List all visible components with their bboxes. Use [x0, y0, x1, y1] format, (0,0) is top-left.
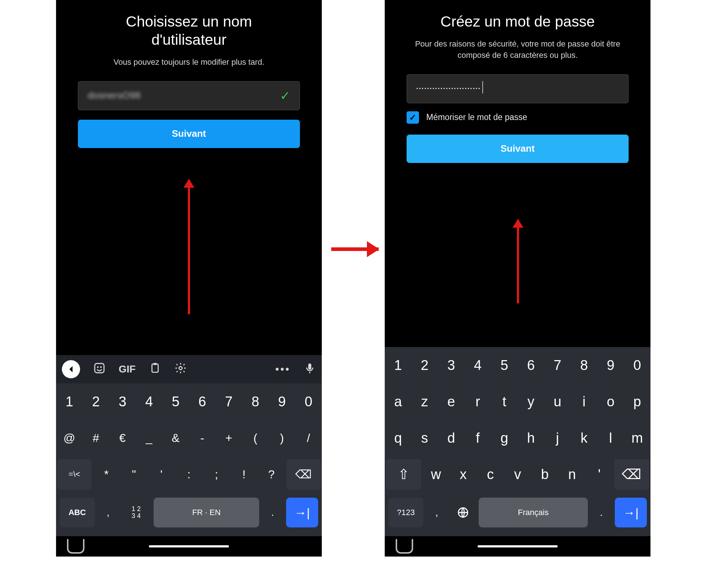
key-shift[interactable]: ⇧ [386, 459, 421, 490]
clipboard-icon[interactable] [149, 362, 161, 377]
key-:[interactable]: : [176, 459, 202, 490]
key-4[interactable]: 4 [137, 386, 161, 417]
key-q123[interactable]: ?123 [388, 498, 423, 527]
key-w[interactable]: w [423, 459, 448, 490]
key-u[interactable]: u [545, 386, 570, 417]
key-7[interactable]: 7 [545, 350, 570, 380]
key-e[interactable]: e [439, 386, 463, 417]
key-0[interactable]: 0 [625, 350, 649, 380]
key-n[interactable]: n [559, 459, 585, 490]
key-y[interactable]: y [519, 386, 543, 417]
key-6[interactable]: 6 [519, 350, 543, 380]
key-#[interactable]: # [84, 423, 108, 453]
key-3[interactable]: 3 [110, 386, 135, 417]
key-x[interactable]: x [451, 459, 476, 490]
key-i[interactable]: i [572, 386, 596, 417]
key-+[interactable]: + [217, 423, 241, 453]
key-g[interactable]: g [492, 423, 517, 453]
key-1234[interactable]: 1 2 3 4 [122, 498, 151, 527]
key-s[interactable]: s [412, 423, 437, 453]
key-0[interactable]: 0 [296, 386, 321, 417]
mic-icon[interactable] [304, 362, 316, 377]
key-4[interactable]: 4 [466, 350, 490, 380]
key-space[interactable]: FR · EN [154, 498, 259, 527]
key-q[interactable]: q [386, 423, 410, 453]
key-comma[interactable]: , [98, 498, 119, 527]
key-6[interactable]: 6 [190, 386, 214, 417]
key-d[interactable]: d [439, 423, 463, 453]
key-a[interactable]: a [386, 386, 410, 417]
key-backspace-r[interactable]: ⌫ [614, 459, 649, 490]
key-space-r[interactable]: Français [479, 498, 588, 527]
key-period-r[interactable]: . [591, 498, 612, 527]
sticker-icon[interactable] [93, 362, 106, 377]
key-@[interactable]: @ [57, 423, 82, 453]
home-handle[interactable] [149, 545, 229, 547]
key-enter-r[interactable]: →| [615, 498, 647, 527]
content-right: Créez un mot de passe Pour des raisons d… [385, 0, 650, 163]
key-8[interactable]: 8 [243, 386, 268, 417]
key-2[interactable]: 2 [412, 350, 437, 380]
key-'[interactable]: ' [587, 459, 612, 490]
key-([interactable]: ( [243, 423, 268, 453]
key-enter[interactable]: →| [286, 498, 318, 527]
gesture-bar-left [56, 536, 322, 557]
key-'[interactable]: ' [149, 459, 174, 490]
key-1[interactable]: 1 [57, 386, 82, 417]
key-_[interactable]: _ [137, 423, 161, 453]
key-l[interactable]: l [598, 423, 623, 453]
back-chevron-icon[interactable] [62, 360, 80, 378]
gif-button[interactable]: GIF [119, 363, 136, 375]
key-f[interactable]: f [466, 423, 490, 453]
next-button-left[interactable]: Suivant [78, 120, 300, 148]
key-row-3: =\< *"':;!? ⌫ [56, 456, 322, 493]
remember-checkbox[interactable]: ✓ [407, 111, 419, 124]
key-/[interactable]: / [296, 423, 321, 453]
key-globe-icon[interactable] [450, 498, 476, 527]
key-9[interactable]: 9 [270, 386, 294, 417]
key-c[interactable]: c [478, 459, 503, 490]
key-3[interactable]: 3 [439, 350, 463, 380]
key-)[interactable]: ) [270, 423, 294, 453]
key-9[interactable]: 9 [598, 350, 623, 380]
home-handle-r[interactable] [478, 545, 558, 547]
key--[interactable]: - [190, 423, 214, 453]
next-button-right[interactable]: Suivant [407, 135, 629, 163]
key-5[interactable]: 5 [163, 386, 188, 417]
more-icon[interactable]: ••• [276, 363, 290, 375]
key-1[interactable]: 1 [386, 350, 410, 380]
key-&[interactable]: & [163, 423, 188, 453]
recent-apps-icon-r[interactable] [396, 539, 413, 554]
key-p[interactable]: p [625, 386, 649, 417]
password-field[interactable]: •••••••••••••••••••••••• [407, 74, 629, 103]
key-2[interactable]: 2 [84, 386, 108, 417]
key-abc[interactable]: ABC [60, 498, 95, 527]
key-period[interactable]: . [262, 498, 283, 527]
key-j[interactable]: j [545, 423, 570, 453]
key-t[interactable]: t [492, 386, 517, 417]
key-comma-r[interactable]: , [426, 498, 447, 527]
key-o[interactable]: o [598, 386, 623, 417]
key-shift-symbols[interactable]: =\< [57, 459, 91, 490]
key-row-1r: 1234567890 [385, 347, 650, 383]
key-*[interactable]: * [94, 459, 119, 490]
key-€[interactable]: € [110, 423, 135, 453]
key-m[interactable]: m [625, 423, 649, 453]
key-r[interactable]: r [466, 386, 490, 417]
gear-icon[interactable] [174, 362, 187, 377]
key-![interactable]: ! [231, 459, 257, 490]
key-8[interactable]: 8 [572, 350, 596, 380]
key-v[interactable]: v [505, 459, 530, 490]
key-5[interactable]: 5 [492, 350, 517, 380]
key-backspace[interactable]: ⌫ [286, 459, 321, 490]
key-h[interactable]: h [519, 423, 543, 453]
recent-apps-icon[interactable] [67, 539, 84, 554]
username-field[interactable]: dosnersO98 ✓ [78, 81, 300, 110]
key-"[interactable]: " [121, 459, 147, 490]
key-?[interactable]: ? [259, 459, 284, 490]
key-z[interactable]: z [412, 386, 437, 417]
key-k[interactable]: k [572, 423, 596, 453]
key-;[interactable]: ; [204, 459, 229, 490]
key-7[interactable]: 7 [217, 386, 241, 417]
key-b[interactable]: b [532, 459, 557, 490]
